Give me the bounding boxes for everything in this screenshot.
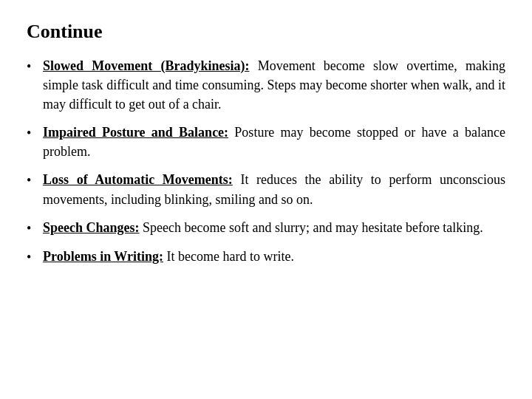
page-title: Continue	[27, 21, 505, 43]
item-loss-automatic-text: Loss of Automatic Movements: It reduces …	[43, 170, 505, 208]
bullet-symbol: •	[27, 218, 43, 238]
page-container: Continue • Slowed Movement (Bradykinesia…	[0, 0, 532, 399]
item-loss-automatic-label: Loss of Automatic Movements:	[43, 172, 233, 187]
list-item: • Problems in Writing: It become hard to…	[27, 247, 505, 267]
item-problems-writing-body: It become hard to write.	[163, 249, 294, 264]
list-item: • Slowed Movement (Bradykinesia): Moveme…	[27, 56, 505, 114]
bullet-symbol: •	[27, 247, 43, 267]
list-item: • Impaired Posture and Balance: Posture …	[27, 123, 505, 161]
item-problems-writing-text: Problems in Writing: It become hard to w…	[43, 247, 505, 266]
item-impaired-posture-label: Impaired Posture and Balance:	[43, 125, 228, 140]
list-item: • Speech Changes: Speech become soft and…	[27, 218, 505, 238]
bullet-symbol: •	[27, 56, 43, 76]
item-speech-changes-body: Speech become soft and slurry; and may h…	[140, 220, 483, 235]
item-speech-changes-text: Speech Changes: Speech become soft and s…	[43, 218, 505, 237]
bullet-list: • Slowed Movement (Bradykinesia): Moveme…	[27, 56, 505, 267]
item-slowed-movement-label: Slowed Movement (Bradykinesia):	[43, 58, 249, 73]
bullet-symbol: •	[27, 123, 43, 143]
item-problems-writing-label: Problems in Writing:	[43, 249, 163, 264]
item-speech-changes-label: Speech Changes:	[43, 220, 140, 235]
item-impaired-posture-text: Impaired Posture and Balance: Posture ma…	[43, 123, 505, 161]
item-slowed-movement-text: Slowed Movement (Bradykinesia): Movement…	[43, 56, 505, 114]
bullet-symbol: •	[27, 170, 43, 190]
list-item: • Loss of Automatic Movements: It reduce…	[27, 170, 505, 208]
